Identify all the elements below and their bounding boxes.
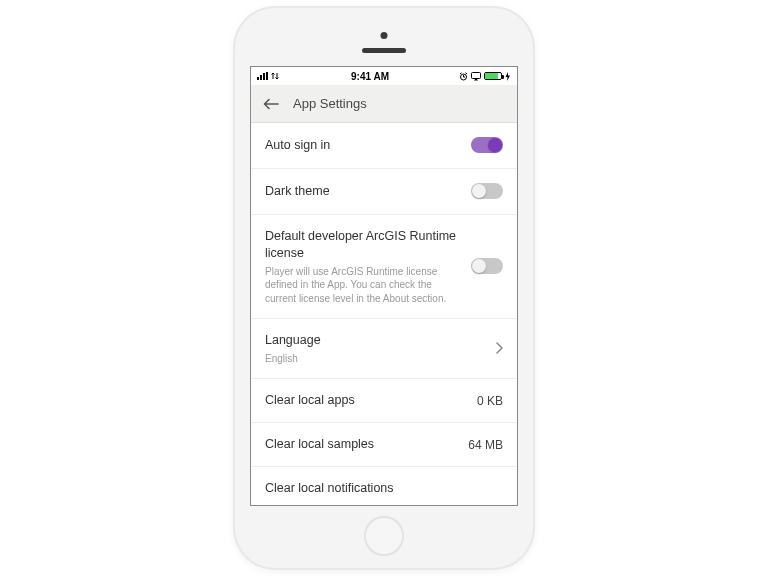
language-value: English <box>265 352 485 366</box>
back-arrow-icon <box>263 97 279 111</box>
airplay-icon <box>471 72 481 81</box>
clear-local-apps-label: Clear local apps <box>265 392 467 409</box>
wifi-arrows-icon <box>271 72 281 80</box>
back-button[interactable] <box>263 96 279 112</box>
charging-icon <box>505 72 511 81</box>
clear-local-notifications-label: Clear local notifications <box>265 480 503 497</box>
phone-camera <box>381 32 388 39</box>
signal-icon <box>257 72 268 80</box>
dark-theme-toggle[interactable] <box>471 183 503 199</box>
clear-local-apps-value: 0 KB <box>477 394 503 408</box>
row-runtime-license[interactable]: Default developer ArcGIS Runtime license… <box>251 215 517 319</box>
home-button[interactable] <box>364 516 404 556</box>
svg-rect-1 <box>471 72 480 78</box>
clear-local-samples-value: 64 MB <box>468 438 503 452</box>
dark-theme-label: Dark theme <box>265 183 461 200</box>
alarm-icon <box>459 72 468 81</box>
row-clear-local-notifications[interactable]: Clear local notifications <box>251 467 517 505</box>
runtime-license-label: Default developer ArcGIS Runtime license <box>265 228 461 262</box>
status-time: 9:41 AM <box>351 71 389 82</box>
row-auto-sign-in[interactable]: Auto sign in <box>251 123 517 169</box>
row-clear-local-apps[interactable]: Clear local apps 0 KB <box>251 379 517 423</box>
settings-list[interactable]: Auto sign in Dark theme Default develope… <box>251 123 517 505</box>
auto-sign-in-toggle[interactable] <box>471 137 503 153</box>
status-right <box>459 72 511 81</box>
phone-frame: 9:41 AM <box>235 8 533 568</box>
auto-sign-in-label: Auto sign in <box>265 137 461 154</box>
screen: 9:41 AM <box>250 66 518 506</box>
page-title: App Settings <box>293 96 367 111</box>
status-bar: 9:41 AM <box>251 67 517 85</box>
runtime-license-toggle[interactable] <box>471 258 503 274</box>
row-language[interactable]: Language English <box>251 319 517 379</box>
runtime-license-sub: Player will use ArcGIS Runtime license d… <box>265 265 461 306</box>
clear-local-samples-label: Clear local samples <box>265 436 458 453</box>
nav-bar: App Settings <box>251 85 517 123</box>
row-dark-theme[interactable]: Dark theme <box>251 169 517 215</box>
phone-speaker <box>362 48 406 53</box>
language-label: Language <box>265 332 485 349</box>
battery-icon <box>484 72 502 80</box>
chevron-right-icon <box>495 340 503 358</box>
status-left <box>257 72 281 80</box>
row-clear-local-samples[interactable]: Clear local samples 64 MB <box>251 423 517 467</box>
